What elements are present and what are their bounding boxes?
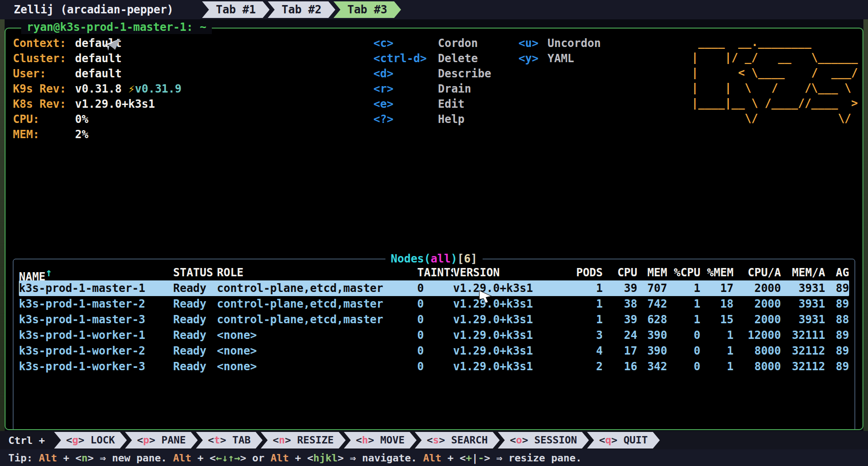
key-bracket: < <box>427 434 433 446</box>
key-letter: n <box>279 434 285 446</box>
info-label: Cluster: <box>13 51 75 66</box>
zellij-tip-bar: Tip: Alt + <n> ⇒ new pane. Alt + <←↓↑→> … <box>0 449 868 466</box>
cell: 18 <box>700 296 734 312</box>
hotkeys-column-2: <u>Uncordon<y>YAML <box>518 36 617 127</box>
tip-token: + < <box>57 452 82 464</box>
key-letter: s <box>433 434 439 446</box>
logo-line: |____|__ \ /____//____ > <box>692 96 858 111</box>
cell: 8000 <box>734 359 781 374</box>
table-title-bracket: [ <box>457 251 464 267</box>
keybar-label: QUIT <box>623 434 648 446</box>
cell: 0 <box>417 343 453 359</box>
tip-token: > ⇒ new pane. <box>87 452 173 464</box>
hotkey-key: <?> <box>373 112 438 127</box>
cell: Ready <box>173 280 217 296</box>
hotkey-row: <r>Drain <box>373 82 518 97</box>
tab-tab-1[interactable]: Tab #1 <box>202 1 270 18</box>
cell: Ready <box>173 359 217 374</box>
keybar-pane[interactable]: <p> PANE <box>125 432 198 449</box>
column-header-name: NAME↑ <box>19 265 173 280</box>
cell: 89 <box>825 327 849 343</box>
keybar-resize[interactable]: <n> RESIZE <box>261 432 345 449</box>
info-label: User: <box>13 66 75 82</box>
key-bracket: > <box>368 434 380 446</box>
hotkey-key: <u> <box>518 36 548 51</box>
cell: control-plane,etcd,master <box>217 280 417 296</box>
info-label: K9s Rev: <box>13 82 75 97</box>
tab-tab-3[interactable]: Tab #3 <box>333 1 401 18</box>
table-row[interactable]: k3s-prod-1-master-3Readycontrol-plane,et… <box>19 312 849 327</box>
tip-token: Alt <box>39 452 57 464</box>
cell: 12000 <box>734 327 781 343</box>
k9s-app: Context:defaultCluster:defaultUser:defau… <box>6 29 862 429</box>
pane-frame: Context:defaultCluster:defaultUser:defau… <box>5 28 863 430</box>
cell: <none> <box>217 343 417 359</box>
zellij-tab-bar: Zellij (arcadian-pepper) Tab #1Tab #2Tab… <box>0 0 868 19</box>
tip-token: > ⇒ navigate. <box>338 452 423 464</box>
keybar-tab[interactable]: <t> TAB <box>196 432 262 449</box>
cell: k3s-prod-1-worker-1 <box>19 327 173 343</box>
cell: 0 <box>667 359 700 374</box>
cell: 0 <box>417 280 453 296</box>
table-row[interactable]: k3s-prod-1-worker-1Ready<none>0v1.29.0+k… <box>19 327 849 343</box>
key-bracket: > <box>220 434 233 446</box>
cell: 15 <box>700 312 734 327</box>
keybar-prefix: Ctrl + <box>8 435 45 446</box>
keybar-search[interactable]: <s> SEARCH <box>415 432 500 449</box>
table-row[interactable]: k3s-prod-1-master-2Readycontrol-plane,et… <box>19 296 849 312</box>
table-row[interactable]: k3s-prod-1-master-1Readycontrol-plane,et… <box>19 280 849 296</box>
cell: 38 <box>603 296 637 312</box>
tab-tab-2[interactable]: Tab #2 <box>268 1 335 18</box>
keybar-lock[interactable]: <g> LOCK <box>54 432 127 449</box>
cell: 742 <box>637 296 667 312</box>
keybar-label: PANE <box>161 434 186 446</box>
cell: k3s-prod-1-master-1 <box>19 280 173 296</box>
hotkey-row: <ctrl-d>Delete <box>373 51 518 66</box>
logo-line: | | \ / /\___ \ <box>692 81 858 96</box>
keybar-label: SESSION <box>534 434 577 446</box>
keybar-quit[interactable]: <q> QUIT <box>587 432 660 449</box>
cell: 89 <box>825 280 849 296</box>
desktop-edge-left <box>0 0 5 466</box>
logo-line: | < \____ / ___/ <box>692 65 858 81</box>
info-value: v0.31.8 <box>75 82 122 97</box>
table-title: Nodes(all)[6] <box>385 251 483 267</box>
hotkey-key: <c> <box>373 36 438 51</box>
tip-token: Alt <box>271 452 289 464</box>
column-header-role: ROLE <box>217 265 417 280</box>
info-row: MEM:2% <box>13 127 855 142</box>
info-value: v1.29.0+k3s1 <box>75 97 155 112</box>
cell: Ready <box>173 296 217 312</box>
keybar-move[interactable]: <h> MOVE <box>344 432 417 449</box>
table-row[interactable]: k3s-prod-1-worker-3Ready<none>0v1.29.0+k… <box>19 359 849 374</box>
cell: 32112 <box>781 359 825 374</box>
tip-token: + <box>466 452 472 464</box>
cell: 0 <box>417 359 453 374</box>
tip-token: hjkl <box>313 452 338 464</box>
hotkey-label: Cordon <box>438 36 518 51</box>
column-header-mem: MEM <box>637 265 667 280</box>
hotkey-key: <r> <box>373 82 438 97</box>
cell: control-plane,etcd,master <box>217 296 417 312</box>
cell: 88 <box>825 312 849 327</box>
keybar-session[interactable]: <o> SESSION <box>498 432 589 449</box>
table-row[interactable]: k3s-prod-1-worker-2Ready<none>0v1.29.0+k… <box>19 343 849 359</box>
nodes-panel: Nodes(all)[6] NAME↑STATUSROLETAINTSVERSI… <box>13 259 855 429</box>
logo-line: | |/ _/ __ \______ <box>692 50 858 65</box>
key-bracket: > <box>285 434 297 446</box>
cell: 17 <box>700 280 734 296</box>
hotkey-label: Help <box>438 112 518 127</box>
hotkey-row: <c>Cordon <box>373 36 518 51</box>
hotkey-key: <d> <box>373 66 438 82</box>
cell: v1.29.0+k3s1 <box>453 312 564 327</box>
column-header-pods: PODS <box>564 265 603 280</box>
cell: 8000 <box>734 343 781 359</box>
tip-token: - <box>478 452 484 464</box>
keybar-label: MOVE <box>380 434 405 446</box>
hotkey-row: <e>Edit <box>373 97 518 112</box>
tip-token: > or <box>240 452 270 464</box>
cell: 3931 <box>781 280 825 296</box>
tip-token: Alt <box>173 452 192 464</box>
cell: 707 <box>637 280 667 296</box>
key-letter: p <box>143 434 149 446</box>
